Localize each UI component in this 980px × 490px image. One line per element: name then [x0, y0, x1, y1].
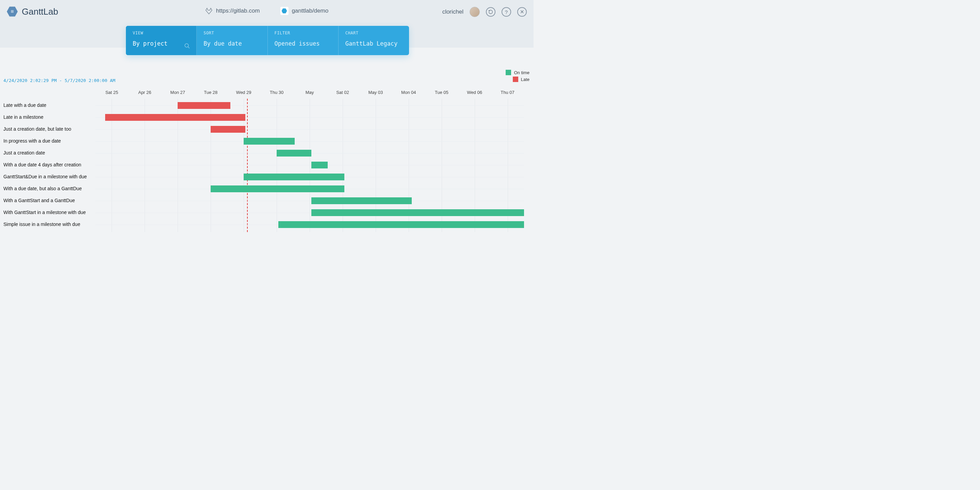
x-axis-tick: Tue 05 — [435, 90, 449, 95]
close-icon: ✕ — [520, 9, 524, 15]
x-axis-tick: Apr 26 — [138, 90, 151, 95]
x-axis: Sat 25Apr 26Mon 27Tue 28Wed 29Thu 30MayS… — [95, 89, 524, 99]
help-icon: ? — [505, 9, 508, 15]
x-axis-tick: Mon 27 — [170, 90, 185, 95]
svg-line-1 — [188, 47, 190, 48]
gantt-row-label: Just a creation date — [0, 147, 95, 159]
gantt-bar[interactable] — [311, 197, 412, 204]
view-label: VIEW — [133, 30, 189, 35]
gantt-bar[interactable] — [311, 209, 524, 216]
legend-late: Late — [506, 76, 530, 82]
header-right: clorichel ? ✕ — [442, 7, 527, 17]
x-axis-tick: Thu 30 — [270, 90, 283, 95]
filter-control[interactable]: FILTER Opened issues — [268, 26, 339, 55]
x-axis-tick: Mon 04 — [401, 90, 416, 95]
gantt-bar[interactable] — [211, 126, 245, 133]
gridline-horizontal — [95, 165, 524, 165]
gridline-horizontal — [95, 105, 524, 106]
project-logo-icon — [280, 7, 288, 15]
x-axis-tick: Sat 02 — [336, 90, 349, 95]
brand-logo-icon — [7, 6, 18, 17]
username[interactable]: clorichel — [442, 8, 463, 15]
chart-label: CHART — [345, 30, 402, 35]
gantt-chart: Late with a due dateLate in a milestoneJ… — [0, 89, 531, 232]
filter-label: FILTER — [275, 30, 331, 35]
gantt-row-labels: Late with a due dateLate in a milestoneJ… — [0, 99, 95, 231]
svg-point-0 — [185, 43, 189, 47]
gantt-bar[interactable] — [211, 185, 344, 192]
source-url: https://gitlab.com — [216, 8, 260, 14]
close-button[interactable]: ✕ — [517, 7, 527, 17]
gantt-bar[interactable] — [243, 138, 295, 145]
gantt-row-label: Late in a milestone — [0, 111, 95, 123]
gantt-row-label: With GanttStart in a milestone with due — [0, 207, 95, 218]
refresh-icon — [488, 10, 493, 14]
brand-title: GanttLab — [22, 6, 58, 17]
help-button[interactable]: ? — [501, 7, 511, 17]
gridline-vertical — [310, 99, 310, 232]
source-link[interactable]: https://gitlab.com — [205, 8, 260, 14]
project-link[interactable]: ganttlab/demo — [280, 7, 328, 15]
legend-late-swatch — [513, 76, 518, 82]
gantt-bar[interactable] — [243, 173, 344, 180]
gantt-row-label: GanttStart&Due in a milestone with due — [0, 171, 95, 183]
gridline-horizontal — [95, 141, 524, 142]
gantt-row-label: With a due date 4 days after creation — [0, 159, 95, 171]
x-axis-tick: Wed 29 — [236, 90, 251, 95]
chart-wrap: On time Late 4/24/2020 2:02:29 PM - 5/7/… — [0, 70, 533, 232]
gantt-row-label: Late with a due date — [0, 99, 95, 111]
x-axis-tick: Tue 28 — [204, 90, 218, 95]
legend-ontime: On time — [506, 70, 530, 75]
x-axis-tick: May 03 — [369, 90, 383, 95]
chart-control[interactable]: CHART GanttLab Legacy — [339, 26, 409, 55]
gridline-horizontal — [95, 129, 524, 130]
x-axis-tick: Sat 25 — [105, 90, 118, 95]
header-center: https://gitlab.com ganttlab/demo — [205, 7, 328, 15]
gitlab-icon — [205, 8, 213, 14]
gantt-bar[interactable] — [278, 221, 524, 228]
gantt-bar[interactable] — [311, 162, 328, 169]
range-label: 4/24/2020 2:02:29 PM - 5/7/2020 2:00:00 … — [0, 70, 533, 83]
gantt-bar[interactable] — [105, 114, 245, 121]
gantt-row-label: Just a creation date, but late too — [0, 123, 95, 135]
view-value: By project — [133, 40, 189, 47]
gantt-bar[interactable] — [277, 150, 311, 156]
x-axis-tick: Thu 07 — [501, 90, 514, 95]
legend: On time Late — [506, 70, 530, 83]
gantt-row-label: Simple issue in a milestone with due — [0, 218, 95, 231]
sort-label: SORT — [204, 30, 260, 35]
brand[interactable]: GanttLab — [7, 6, 58, 17]
chart-value: GanttLab Legacy — [345, 40, 402, 47]
legend-ontime-label: On time — [514, 70, 530, 75]
refresh-button[interactable] — [486, 7, 495, 17]
gantt-row-label: With a due date, but also a GanttDue — [0, 183, 95, 195]
header-bar: GanttLab https://gitlab.com ganttlab/dem… — [0, 0, 533, 48]
x-axis-tick: Wed 06 — [467, 90, 482, 95]
sort-control[interactable]: SORT By due date — [197, 26, 267, 55]
x-axis-tick: May — [305, 90, 314, 95]
sort-value: By due date — [204, 40, 260, 47]
filter-value: Opened issues — [275, 40, 331, 47]
avatar[interactable] — [469, 7, 480, 17]
control-bar: VIEW By project SORT By due date FILTER … — [126, 26, 409, 55]
gantt-row-label: With a GanttStart and a GanttDue — [0, 195, 95, 207]
gantt-row-label: In progress with a due date — [0, 135, 95, 147]
view-control[interactable]: VIEW By project — [126, 26, 197, 55]
gridline-vertical — [277, 99, 277, 232]
search-icon[interactable] — [184, 43, 190, 49]
today-marker — [247, 99, 248, 232]
project-path: ganttlab/demo — [292, 8, 328, 14]
legend-ontime-swatch — [506, 70, 511, 75]
gridline-horizontal — [95, 201, 524, 201]
gantt-plot: Sat 25Apr 26Mon 27Tue 28Wed 29Thu 30MayS… — [95, 89, 524, 232]
legend-late-label: Late — [521, 77, 530, 82]
gantt-bar[interactable] — [178, 102, 231, 109]
